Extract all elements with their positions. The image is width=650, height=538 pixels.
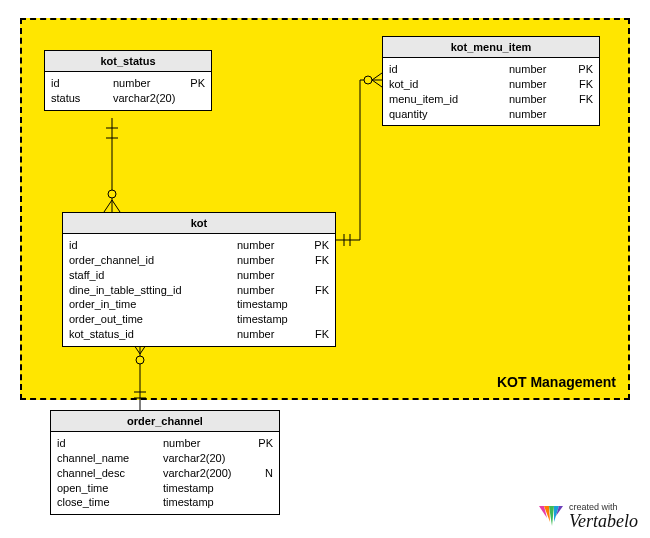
attr-key bbox=[323, 297, 329, 312]
attr-row: dine_in_table_stting_idnumberFK bbox=[69, 283, 329, 298]
attr-name: id bbox=[389, 62, 499, 77]
entity-title: order_channel bbox=[51, 411, 279, 432]
attr-key: PK bbox=[184, 76, 205, 91]
attr-key bbox=[267, 481, 273, 496]
attr-type: number bbox=[227, 283, 309, 298]
attr-name: id bbox=[57, 436, 153, 451]
attr-name: quantity bbox=[389, 107, 499, 122]
attr-key: FK bbox=[309, 253, 329, 268]
attr-type: varchar2(20) bbox=[103, 91, 199, 106]
attr-row: idnumberPK bbox=[51, 76, 205, 91]
attr-name: id bbox=[69, 238, 227, 253]
attr-row: order_in_timetimestamp bbox=[69, 297, 329, 312]
attr-name: staff_id bbox=[69, 268, 227, 283]
attr-name: kot_id bbox=[389, 77, 499, 92]
attr-key: PK bbox=[572, 62, 593, 77]
attr-row: idnumberPK bbox=[69, 238, 329, 253]
attr-key bbox=[323, 312, 329, 327]
attr-row: menu_item_idnumberFK bbox=[389, 92, 593, 107]
attr-name: dine_in_table_stting_id bbox=[69, 283, 227, 298]
attr-type: number bbox=[227, 253, 309, 268]
entity-body: idnumberPKkot_idnumberFKmenu_item_idnumb… bbox=[383, 58, 599, 125]
attr-type: number bbox=[227, 238, 308, 253]
attr-name: status bbox=[51, 91, 103, 106]
attr-row: channel_namevarchar2(20) bbox=[57, 451, 273, 466]
attr-row: order_out_timetimestamp bbox=[69, 312, 329, 327]
attr-type: number bbox=[499, 77, 573, 92]
attr-type: timestamp bbox=[227, 297, 323, 312]
attr-name: order_in_time bbox=[69, 297, 227, 312]
entity-kot-status: kot_status idnumberPKstatusvarchar2(20) bbox=[44, 50, 212, 111]
attr-type: timestamp bbox=[153, 495, 267, 510]
attr-row: kot_idnumberFK bbox=[389, 77, 593, 92]
attr-type: number bbox=[227, 268, 323, 283]
entity-kot: kot idnumberPKorder_channel_idnumberFKst… bbox=[62, 212, 336, 347]
attr-row: staff_idnumber bbox=[69, 268, 329, 283]
attr-name: id bbox=[51, 76, 103, 91]
attr-row: kot_status_idnumberFK bbox=[69, 327, 329, 342]
attr-name: channel_desc bbox=[57, 466, 153, 481]
attr-type: number bbox=[227, 327, 309, 342]
entity-order-channel: order_channel idnumberPKchannel_namevarc… bbox=[50, 410, 280, 515]
entity-kot-menu-item: kot_menu_item idnumberPKkot_idnumberFKme… bbox=[382, 36, 600, 126]
svg-marker-22 bbox=[549, 506, 554, 526]
attr-name: order_out_time bbox=[69, 312, 227, 327]
attr-key: FK bbox=[309, 327, 329, 342]
attr-row: idnumberPK bbox=[57, 436, 273, 451]
attr-name: order_channel_id bbox=[69, 253, 227, 268]
attr-key: FK bbox=[573, 92, 593, 107]
vertabelo-branding: created with Vertabelo bbox=[539, 503, 638, 530]
attr-type: timestamp bbox=[227, 312, 323, 327]
attr-key bbox=[199, 91, 205, 106]
entity-title: kot_menu_item bbox=[383, 37, 599, 58]
entity-body: idnumberPKstatusvarchar2(20) bbox=[45, 72, 211, 110]
attr-type: number bbox=[153, 436, 252, 451]
attr-row: order_channel_idnumberFK bbox=[69, 253, 329, 268]
attr-key: PK bbox=[252, 436, 273, 451]
attr-key: FK bbox=[573, 77, 593, 92]
attr-type: number bbox=[103, 76, 184, 91]
branding-name: Vertabelo bbox=[569, 512, 638, 530]
attr-key: FK bbox=[309, 283, 329, 298]
attr-row: idnumberPK bbox=[389, 62, 593, 77]
entity-title: kot bbox=[63, 213, 335, 234]
attr-row: channel_descvarchar2(200)N bbox=[57, 466, 273, 481]
attr-type: varchar2(200) bbox=[153, 466, 259, 481]
attr-row: quantitynumber bbox=[389, 107, 593, 122]
attr-name: open_time bbox=[57, 481, 153, 496]
attr-row: open_timetimestamp bbox=[57, 481, 273, 496]
attr-key bbox=[323, 268, 329, 283]
entity-body: idnumberPKorder_channel_idnumberFKstaff_… bbox=[63, 234, 335, 346]
attr-key bbox=[587, 107, 593, 122]
attr-key: N bbox=[259, 466, 273, 481]
entity-body: idnumberPKchannel_namevarchar2(20)channe… bbox=[51, 432, 279, 514]
attr-type: number bbox=[499, 107, 587, 122]
region-label: KOT Management bbox=[497, 374, 616, 390]
attr-name: menu_item_id bbox=[389, 92, 499, 107]
attr-key: PK bbox=[308, 238, 329, 253]
attr-name: close_time bbox=[57, 495, 153, 510]
attr-row: close_timetimestamp bbox=[57, 495, 273, 510]
attr-type: number bbox=[499, 92, 573, 107]
attr-type: timestamp bbox=[153, 481, 267, 496]
attr-type: number bbox=[499, 62, 572, 77]
attr-name: channel_name bbox=[57, 451, 153, 466]
attr-key bbox=[267, 495, 273, 510]
vertabelo-logo-icon bbox=[539, 506, 563, 528]
svg-marker-23 bbox=[554, 506, 559, 522]
attr-name: kot_status_id bbox=[69, 327, 227, 342]
attr-row: statusvarchar2(20) bbox=[51, 91, 205, 106]
attr-key bbox=[267, 451, 273, 466]
attr-type: varchar2(20) bbox=[153, 451, 267, 466]
entity-title: kot_status bbox=[45, 51, 211, 72]
